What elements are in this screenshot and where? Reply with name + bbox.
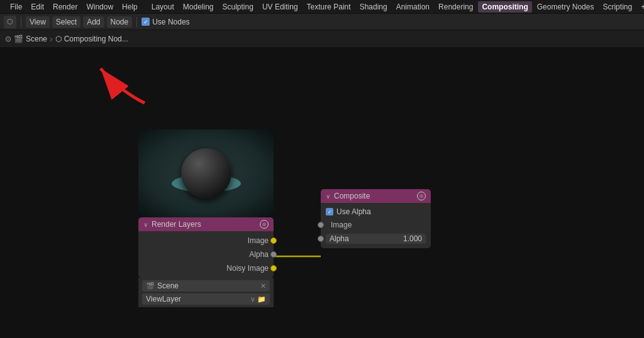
composite-type-icon: ◎ — [417, 192, 426, 200]
composite-node[interactable]: ∨ Composite ◎ ✓ Use Alpha Image — [321, 189, 431, 248]
input-alpha-socket[interactable] — [318, 236, 324, 242]
use-nodes-toggle[interactable]: ✓ Use Nodes — [142, 18, 189, 26]
use-alpha-checkbox[interactable]: ✓ — [326, 208, 333, 215]
render-layers-node[interactable]: ∨ Render Layers ◎ Image Alpha Noisy Imag… — [138, 129, 274, 307]
viewlayer-label: ViewLayer — [146, 295, 248, 303]
workspace-rendering[interactable]: Rendering — [435, 1, 477, 13]
scene-selector[interactable]: 🎬 Scene ✕ — [142, 280, 270, 292]
scene-select-label: Scene — [157, 281, 258, 290]
input-image-label: Image — [326, 221, 352, 229]
output-alpha-socket[interactable] — [270, 251, 277, 258]
workspace-texture-paint[interactable]: Texture Paint — [303, 1, 355, 13]
input-image-row: Image — [321, 218, 431, 232]
output-image-label: Image — [248, 236, 269, 245]
viewlayer-icons: ∨ 📁 — [250, 295, 266, 303]
breadcrumb-scene[interactable]: 🎬 Scene — [14, 35, 47, 43]
node-editor[interactable]: ∨ Render Layers ◎ Image Alpha Noisy Imag… — [0, 48, 644, 338]
node-scene-section: 🎬 Scene ✕ ViewLayer ∨ 📁 — [138, 278, 274, 307]
workspace-animation[interactable]: Animation — [392, 1, 433, 13]
preview-sphere — [181, 148, 231, 199]
node-tree-label: Compositing Nod... — [64, 35, 128, 43]
alpha-label: Alpha — [330, 234, 349, 243]
scene-icon: 🎬 — [14, 35, 23, 43]
workspace-sculpting[interactable]: Sculpting — [219, 1, 257, 13]
input-image-socket[interactable] — [318, 222, 324, 228]
sep1 — [21, 17, 21, 27]
composite-title: Composite — [334, 192, 370, 200]
workspace-modeling[interactable]: Modeling — [179, 1, 218, 13]
preview-background — [138, 129, 274, 217]
annotation-arrow — [94, 65, 157, 109]
breadcrumb-separator: › — [50, 34, 53, 44]
collapse-icon[interactable]: ∨ — [143, 221, 148, 228]
workspace-shading[interactable]: Shading — [356, 1, 391, 13]
input-alpha-row: Alpha 1.000 — [321, 232, 431, 246]
add-menu[interactable]: Add — [83, 16, 104, 28]
render-layers-header: ∨ Render Layers ◎ — [138, 217, 274, 231]
output-image-socket[interactable] — [270, 237, 277, 244]
output-alpha-row: Alpha — [138, 248, 274, 261]
render-layers-title: Render Layers — [152, 220, 201, 229]
workspace-compositing[interactable]: Compositing — [478, 1, 531, 13]
menu-edit[interactable]: Edit — [27, 1, 48, 13]
output-noisy-label: Noisy Image — [226, 264, 269, 273]
breadcrumb-node[interactable]: ⬡ Compositing Nod... — [55, 35, 128, 43]
output-image-row: Image — [138, 234, 274, 248]
scene-label: Scene — [26, 35, 47, 43]
node-type-icon: ◎ — [260, 220, 269, 229]
viewlayer-dropdown-icon[interactable]: ∨ — [250, 295, 255, 303]
use-nodes-checkbox[interactable]: ✓ — [142, 18, 150, 26]
viewlayer-browse-icon[interactable]: 📁 — [257, 295, 266, 303]
main-area: ∨ Render Layers ◎ Image Alpha Noisy Imag… — [0, 48, 644, 338]
scene-select-icon: 🎬 — [146, 282, 155, 290]
workspace-scripting[interactable]: Scripting — [599, 1, 636, 13]
select-menu[interactable]: Select — [52, 16, 80, 28]
composite-header: ∨ Composite ◎ — [321, 189, 431, 203]
scene-clear-btn[interactable]: ✕ — [260, 282, 266, 290]
node-tree-icon: ⬡ — [55, 35, 62, 43]
composite-body: ✓ Use Alpha Image Alpha 1.000 — [321, 203, 431, 248]
node-menu[interactable]: Node — [107, 16, 133, 28]
editor-type-icon[interactable]: ⬡ — [4, 16, 16, 28]
use-alpha-row: ✓ Use Alpha — [321, 205, 431, 218]
alpha-field[interactable]: Alpha 1.000 — [326, 234, 426, 244]
menu-window[interactable]: Window — [82, 1, 117, 13]
workspace-geometry-nodes[interactable]: Geometry Nodes — [533, 1, 598, 13]
output-noisy-socket[interactable] — [270, 265, 277, 271]
use-alpha-label: Use Alpha — [336, 207, 371, 216]
workspace-layout[interactable]: Layout — [148, 1, 178, 13]
view-menu[interactable]: View — [26, 16, 50, 28]
output-alpha-label: Alpha — [249, 250, 269, 259]
breadcrumb-bar: ⊙ 🎬 Scene › ⬡ Compositing Nod... — [0, 30, 644, 48]
alpha-value: 1.000 — [403, 234, 422, 243]
composite-collapse-icon[interactable]: ∨ — [326, 193, 330, 200]
workspace-uv-editing[interactable]: UV Editing — [258, 1, 302, 13]
node-preview — [138, 129, 274, 217]
output-noisy-row: Noisy Image — [138, 261, 274, 275]
use-nodes-label: Use Nodes — [152, 18, 189, 26]
menu-help[interactable]: Help — [118, 1, 142, 13]
home-icon: ⊙ — [5, 35, 11, 43]
second-toolbar: ⬡ View Select Add Node ✓ Use Nodes — [0, 14, 644, 30]
top-menubar: File Edit Render Window Help Layout Mode… — [0, 0, 644, 14]
menu-render[interactable]: Render — [49, 1, 81, 13]
add-workspace-btn[interactable]: + — [637, 1, 644, 13]
sep2 — [136, 17, 137, 27]
menu-file[interactable]: File — [6, 1, 26, 13]
node-outputs: Image Alpha Noisy Image — [138, 231, 274, 278]
viewlayer-selector[interactable]: ViewLayer ∨ 📁 — [142, 293, 270, 305]
